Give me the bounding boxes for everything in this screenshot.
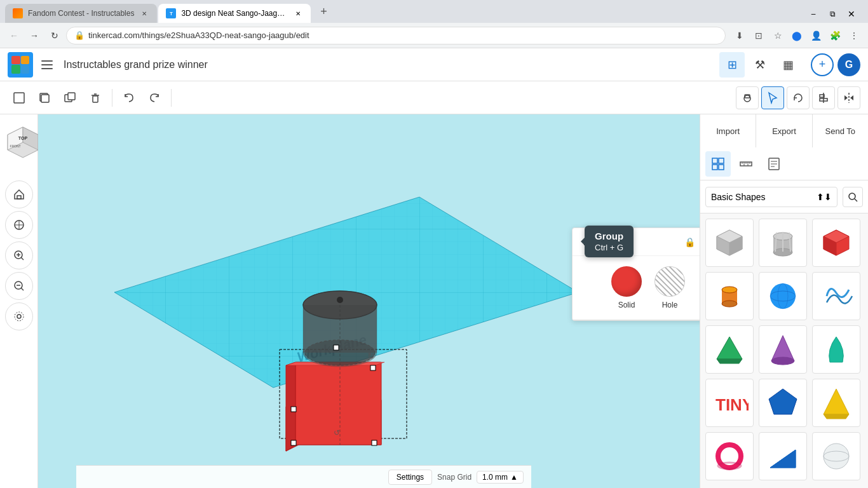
- svg-marker-15: [844, 95, 848, 100]
- grid-view-button[interactable]: ⊞: [719, 52, 745, 78]
- right-panel: Import Export Send To: [700, 114, 868, 488]
- copy-style-button[interactable]: [33, 86, 56, 109]
- canvas-toolbar-right: [736, 86, 860, 109]
- cube-red-shape-item[interactable]: [812, 219, 860, 267]
- box-shape-item[interactable]: [705, 219, 754, 267]
- svg-rect-65: [719, 165, 724, 170]
- snap-grid-value[interactable]: 1.0 mm ▲: [477, 471, 524, 484]
- lock-icon[interactable]: 🔒: [681, 233, 698, 251]
- bottom-bar: Settings Snap Grid 1.0 mm ▲: [76, 465, 531, 488]
- svg-marker-16: [850, 95, 853, 100]
- paraboloid-teal-shape-item[interactable]: [812, 325, 860, 374]
- download-icon[interactable]: ⬇: [731, 27, 749, 44]
- hamburger-menu-button[interactable]: [38, 56, 56, 74]
- rotate-tool-button[interactable]: [787, 86, 810, 109]
- tab-tinkercad[interactable]: T 3D design Neat Sango-Jaagub | ✕: [158, 4, 311, 23]
- fit-view-button[interactable]: [5, 211, 33, 239]
- text-red-shape-item[interactable]: TINY: [705, 379, 754, 427]
- mirror-tool-button[interactable]: [837, 86, 860, 109]
- hole-circle: [654, 266, 685, 297]
- zoom-out-button[interactable]: [5, 272, 33, 300]
- pyramid-yellow-shape-item[interactable]: [812, 379, 860, 427]
- cylinder-gray-shape-item[interactable]: [759, 219, 807, 267]
- scribble-shape-item[interactable]: [812, 272, 860, 320]
- shapes-toolbar: Basic Shapes ⬆⬇: [700, 180, 868, 214]
- canvas-area[interactable]: Workplane: [38, 114, 700, 488]
- align-tool-button[interactable]: [812, 86, 835, 109]
- more-icon[interactable]: ⋮: [845, 27, 863, 44]
- undo-button[interactable]: [118, 86, 140, 109]
- snap-grid-chevron-icon: ▲: [510, 473, 518, 482]
- ruler-tab[interactable]: [733, 151, 759, 177]
- redo-button[interactable]: [143, 86, 166, 109]
- pyramid-green-shape-item[interactable]: [705, 325, 754, 374]
- group-tooltip-shortcut: Ctrl + G: [595, 243, 623, 252]
- svg-marker-97: [717, 337, 742, 359]
- wedge-blue-shape-item[interactable]: [759, 432, 807, 480]
- export-button[interactable]: Export: [756, 114, 812, 147]
- address-input[interactable]: 🔒 tinkercad.com/things/e2ShuaA33QD-neat-…: [66, 27, 726, 44]
- grid-view-tab[interactable]: [705, 151, 731, 177]
- tab-instructables[interactable]: Fandom Contest - Instructables ✕: [5, 4, 157, 23]
- svg-point-76: [849, 193, 855, 200]
- forward-button[interactable]: →: [25, 27, 43, 44]
- home-view-button[interactable]: [5, 180, 33, 208]
- import-button[interactable]: Import: [700, 114, 756, 147]
- tab-close-instructables[interactable]: ✕: [139, 8, 149, 18]
- restore-button[interactable]: ⧉: [824, 5, 841, 23]
- svg-rect-56: [291, 407, 296, 412]
- sphere-white-shape-item[interactable]: [812, 432, 860, 480]
- svg-text:FRONT: FRONT: [10, 144, 20, 148]
- new-tab-button[interactable]: +: [315, 3, 332, 20]
- tab-favicon-instructables: [13, 8, 23, 18]
- bookmark-icon[interactable]: ☆: [769, 27, 787, 44]
- new-shape-button[interactable]: [8, 86, 31, 109]
- group-tooltip: Group Ctrl + G: [585, 226, 634, 257]
- notes-tab[interactable]: [761, 151, 787, 177]
- 3d-model-container[interactable]: ↻ ↺: [273, 254, 413, 460]
- svg-rect-0: [14, 93, 24, 103]
- snap-grid-label: Snap Grid: [437, 473, 471, 482]
- sphere-blue-shape-item[interactable]: [759, 272, 807, 320]
- delete-button[interactable]: [84, 86, 107, 109]
- svg-text:↻: ↻: [367, 351, 375, 361]
- minimize-button[interactable]: –: [804, 5, 822, 23]
- build-button[interactable]: ⚒: [747, 52, 773, 78]
- svg-rect-22: [17, 196, 21, 199]
- refresh-button[interactable]: ↻: [46, 27, 64, 44]
- svg-rect-54: [334, 345, 339, 350]
- view-all-button[interactable]: [5, 302, 33, 330]
- puzzle-icon[interactable]: 🧩: [826, 27, 844, 44]
- tinkercad-logo[interactable]: [8, 52, 33, 78]
- cast-icon[interactable]: ⊡: [750, 27, 768, 44]
- torus-pink-shape-item[interactable]: [705, 432, 754, 480]
- tab-bar: Fandom Contest - Instructables ✕ T 3D de…: [0, 0, 868, 23]
- select-shape-tool-button[interactable]: [761, 86, 784, 109]
- user-avatar[interactable]: G: [837, 53, 860, 76]
- svg-point-93: [722, 287, 737, 293]
- tab-close-tinkercad[interactable]: ✕: [293, 8, 303, 18]
- svg-rect-55: [370, 365, 376, 370]
- camera-tool-button[interactable]: [736, 86, 759, 109]
- hole-option[interactable]: Hole: [654, 266, 685, 309]
- shapes-search-button[interactable]: [843, 187, 863, 207]
- settings-button[interactable]: Settings: [388, 470, 432, 485]
- add-user-button[interactable]: +: [811, 53, 834, 76]
- svg-marker-10: [769, 93, 776, 103]
- close-button[interactable]: ✕: [843, 5, 860, 23]
- cone-purple-shape-item[interactable]: [759, 325, 807, 374]
- blocks-button[interactable]: ▦: [775, 52, 801, 78]
- right-panel-header: [700, 147, 868, 180]
- profile-icon[interactable]: 👤: [807, 27, 825, 44]
- back-button[interactable]: ←: [5, 27, 23, 44]
- cylinder-orange-shape-item[interactable]: [705, 272, 754, 320]
- extension-blue-icon[interactable]: ⬤: [788, 27, 806, 44]
- right-actions: Import Export Send To: [700, 114, 868, 147]
- pentagon-blue-shape-item[interactable]: [759, 379, 807, 427]
- send-to-button[interactable]: Send To: [813, 114, 868, 147]
- shapes-dropdown[interactable]: Basic Shapes ⬆⬇: [705, 187, 837, 207]
- app-header: Instructables grand prize winner ⊞ ⚒ ▦ +…: [0, 48, 868, 81]
- zoom-in-button[interactable]: [5, 241, 33, 269]
- solid-option[interactable]: Solid: [611, 266, 642, 309]
- duplicate-button[interactable]: [58, 86, 81, 109]
